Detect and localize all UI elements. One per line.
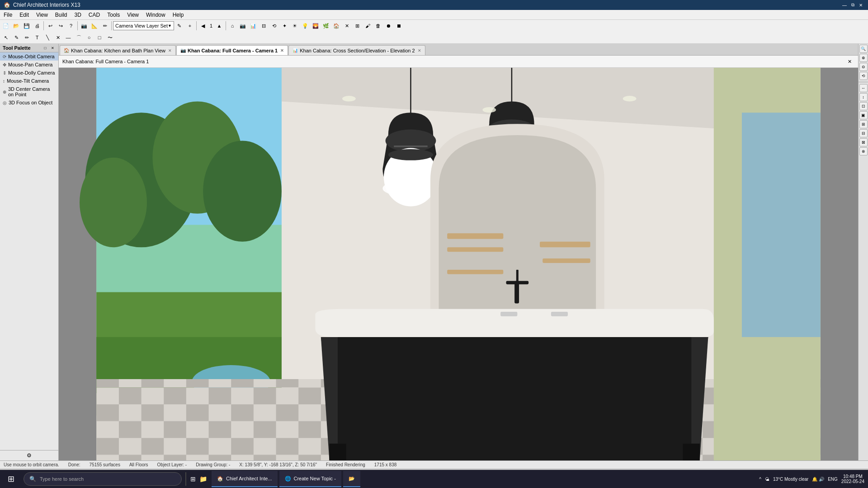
tb2-edit2[interactable]: ✎ bbox=[11, 33, 21, 42]
tool-mouse-pan-label: Mouse-Pan Camera bbox=[8, 62, 52, 67]
tab-camera-close[interactable]: ✕ bbox=[280, 48, 284, 53]
tb2-rect[interactable]: □ bbox=[94, 33, 104, 42]
taskbar-files[interactable]: 📁 bbox=[198, 474, 208, 484]
tab-full-camera[interactable]: 📷 Khan Cabana: Full Camera - Camera 1 ✕ bbox=[176, 45, 288, 55]
tb2-circle[interactable]: ○ bbox=[84, 33, 94, 42]
tb-open[interactable]: 📂 bbox=[11, 21, 21, 31]
menu-build[interactable]: Build bbox=[52, 10, 71, 19]
tb-floor-cam[interactable]: ⌂ bbox=[227, 21, 237, 31]
tray-clock[interactable]: 10:48 PM 2022-05-24 bbox=[841, 474, 864, 484]
taskbar-app-browser[interactable]: 🌐 Create New Topic - bbox=[279, 471, 341, 487]
tb-cross[interactable]: ✕ bbox=[342, 21, 352, 31]
rs-zoom-in[interactable]: 🔍 bbox=[859, 45, 868, 53]
taskbar-search[interactable]: 🔍 Type here to search bbox=[24, 472, 182, 486]
tb-help[interactable]: ? bbox=[66, 21, 76, 31]
tb-edit[interactable]: ✏ bbox=[100, 21, 110, 31]
menu-3d[interactable]: 3D bbox=[71, 10, 85, 19]
tab-elevation[interactable]: 📊 Khan Cabana: Cross Section/Elevation -… bbox=[288, 45, 425, 55]
tb-orbit[interactable]: ⟲ bbox=[269, 21, 279, 31]
rs-remove[interactable]: ⊟ bbox=[859, 129, 868, 137]
viewport-3d[interactable] bbox=[59, 68, 858, 460]
tb-ray[interactable]: ✦ bbox=[279, 21, 289, 31]
tool-mouse-tilt[interactable]: ↕ Mouse-Tilt Camera bbox=[0, 77, 58, 85]
tb-full-cam[interactable]: 📷 bbox=[238, 21, 248, 31]
close-view-button[interactable]: ✕ bbox=[844, 56, 854, 66]
tb-next-layer[interactable]: ▲ bbox=[214, 21, 224, 31]
tb2-edit3[interactable]: ✏ bbox=[22, 33, 32, 42]
tb2-cross[interactable]: ✕ bbox=[53, 33, 63, 42]
tab-elevation-close[interactable]: ✕ bbox=[418, 48, 421, 53]
tb-layer-edit[interactable]: ✎ bbox=[175, 21, 184, 31]
start-button[interactable]: ⊞ bbox=[0, 470, 22, 488]
tray-icons: 🔔 🔊 bbox=[812, 477, 824, 482]
tab-plan-close[interactable]: ✕ bbox=[168, 48, 172, 53]
tool-center-camera[interactable]: ⊕ 3D Center Camera on Point bbox=[0, 85, 58, 99]
rs-close[interactable]: ⊗ bbox=[859, 147, 868, 155]
tb2-wave[interactable]: 〜 bbox=[105, 33, 115, 42]
tb-section[interactable]: ⊟ bbox=[259, 21, 269, 31]
rs-rotate[interactable]: ⟲ bbox=[859, 72, 868, 80]
tb-undo[interactable]: ↩ bbox=[45, 21, 55, 31]
tb2-arc[interactable]: ⌒ bbox=[74, 33, 84, 42]
tb2-line[interactable]: ╲ bbox=[42, 33, 52, 42]
title-bar: 🏠 Chief Architect Interiors X13 — ⧉ ✕ bbox=[0, 0, 868, 10]
rs-v-flip[interactable]: ↕ bbox=[859, 93, 868, 101]
menu-view2[interactable]: View bbox=[123, 10, 142, 19]
tb-stop[interactable]: ⏹ bbox=[394, 21, 404, 31]
tool-mouse-pan[interactable]: ✥ Mouse-Pan Camera bbox=[0, 61, 58, 69]
tb-erase[interactable]: 🗑 bbox=[373, 21, 383, 31]
tb-paint[interactable]: 🖌 bbox=[363, 21, 373, 31]
menu-window[interactable]: Window bbox=[142, 10, 169, 19]
menu-edit[interactable]: Edit bbox=[16, 10, 33, 19]
tray-expand[interactable]: ^ bbox=[759, 477, 761, 482]
tb-elevation[interactable]: 📊 bbox=[248, 21, 258, 31]
tool-mouse-dolly[interactable]: ⇕ Mouse-Dolly Camera bbox=[0, 69, 58, 77]
rs-layers[interactable]: ▣ bbox=[859, 111, 868, 119]
tab-plan-view[interactable]: 🏠 Khan Cabana: Kitchen and Bath Plan Vie… bbox=[60, 45, 176, 55]
tb-sun[interactable]: ☀ bbox=[290, 21, 300, 31]
tb2-text[interactable]: T bbox=[32, 33, 42, 42]
taskbar-view[interactable]: ⊞ bbox=[188, 474, 198, 484]
tb-select[interactable]: ⊞ bbox=[352, 21, 362, 31]
rs-grid[interactable]: ⊡ bbox=[859, 102, 868, 110]
tb-redo[interactable]: ↪ bbox=[56, 21, 66, 31]
tb2-dash[interactable]: — bbox=[63, 33, 73, 42]
svg-rect-19 bbox=[742, 113, 821, 337]
tb-new[interactable]: 📄 bbox=[1, 21, 11, 31]
tool-mouse-orbit[interactable]: ⟳ Mouse-Orbit Camera bbox=[0, 52, 58, 61]
menu-tools[interactable]: Tools bbox=[104, 10, 123, 19]
close-button[interactable]: ✕ bbox=[857, 1, 864, 9]
menu-help[interactable]: Help bbox=[169, 10, 188, 19]
palette-settings[interactable]: ⚙ bbox=[0, 450, 58, 460]
palette-close[interactable]: ✕ bbox=[49, 45, 56, 51]
tb-print[interactable]: 🖨 bbox=[32, 21, 42, 31]
tb-plants[interactable]: 🌿 bbox=[321, 21, 331, 31]
status-object-layer: Object Layer: - bbox=[157, 462, 187, 467]
rs-zoom-fit[interactable]: ⊕ bbox=[859, 54, 868, 62]
restore-button[interactable]: ⧉ bbox=[849, 1, 856, 9]
tb-measure[interactable]: 📐 bbox=[90, 21, 99, 31]
tb-camera[interactable]: 📷 bbox=[79, 21, 89, 31]
minimize-button[interactable]: — bbox=[841, 1, 848, 9]
tb-prev-layer[interactable]: ◀ bbox=[198, 21, 208, 31]
tb-backdrop[interactable]: 🌄 bbox=[311, 21, 321, 31]
menu-file[interactable]: File bbox=[0, 10, 16, 19]
layer-set-dropdown[interactable]: Camera View Layer Set ▼ bbox=[113, 21, 174, 30]
menu-cad[interactable]: CAD bbox=[85, 10, 104, 19]
tb-roof[interactable]: 🏠 bbox=[331, 21, 341, 31]
taskbar-app-files[interactable]: 📂 bbox=[343, 471, 360, 487]
menu-view[interactable]: View bbox=[33, 10, 52, 19]
tb-layer-add[interactable]: + bbox=[185, 21, 195, 31]
rs-add[interactable]: ⊞ bbox=[859, 120, 868, 128]
palette-undock[interactable]: □ bbox=[42, 45, 48, 51]
rs-settings[interactable]: ⊠ bbox=[859, 138, 868, 146]
tool-focus-object[interactable]: ◎ 3D Focus on Object bbox=[0, 99, 58, 107]
tb-save[interactable]: 💾 bbox=[22, 21, 32, 31]
rs-h-flip[interactable]: ↔ bbox=[859, 84, 868, 92]
tb-record[interactable]: ⏺ bbox=[383, 21, 393, 31]
tb-lights[interactable]: 💡 bbox=[300, 21, 310, 31]
taskbar-app-chief[interactable]: 🏠 Chief Architect Inte... bbox=[212, 471, 278, 487]
rs-zoom-out[interactable]: ⊖ bbox=[859, 63, 868, 71]
tb2-select[interactable]: ↖ bbox=[1, 33, 11, 42]
search-icon: 🔍 bbox=[29, 476, 36, 482]
